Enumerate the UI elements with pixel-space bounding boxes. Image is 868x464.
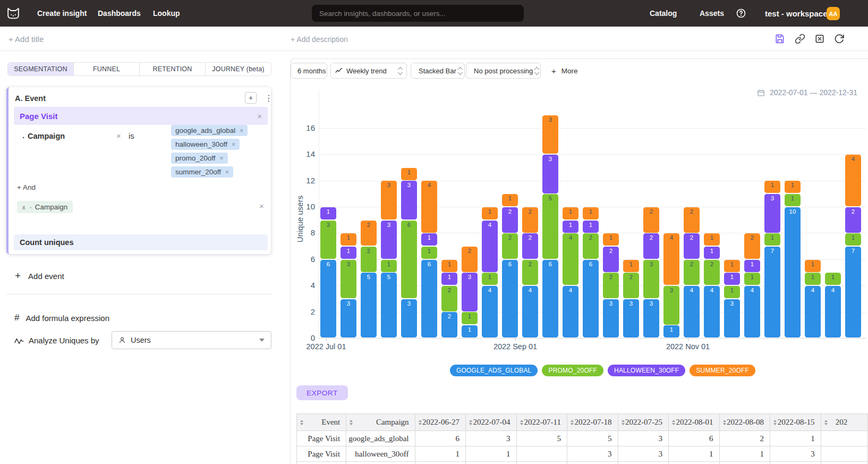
bar-segment-summer_20off[interactable]: 1	[805, 260, 821, 272]
legend-halloween_30off[interactable]: HALLOWEEN_30OFF	[608, 365, 685, 376]
filter-operator[interactable]: is	[129, 132, 134, 140]
bar-segment-promo_20off[interactable]: 2	[502, 233, 518, 259]
bar-segment-promo_20off[interactable]: 3	[320, 221, 336, 259]
bar-segment-promo_20off[interactable]: 1	[421, 247, 437, 259]
bar-segment-promo_20off[interactable]: 1	[744, 273, 760, 285]
bar-segment-summer_20off[interactable]: 1	[603, 233, 619, 246]
export-button[interactable]: EXPORT	[296, 385, 348, 400]
filter-remove-icon[interactable]: ×	[116, 131, 121, 141]
bar-segment-google_ads_global[interactable]: 1	[462, 325, 478, 338]
bar-segment-halloween_30off[interactable]: 1	[744, 260, 760, 272]
bar-segment-summer_20off[interactable]: 2	[684, 207, 700, 233]
help-icon[interactable]	[736, 8, 746, 19]
bar-segment-halloween_30off[interactable]: 3	[462, 273, 478, 311]
column-header[interactable]: Event	[297, 414, 346, 431]
bar-segment-summer_20off[interactable]: 2	[361, 221, 377, 246]
sort-icon[interactable]	[571, 420, 574, 425]
bar-segment-promo_20off[interactable]: 3	[663, 286, 679, 325]
bar-segment-summer_20off[interactable]: 3	[542, 115, 558, 154]
bar-segment-promo_20off[interactable]: 3	[341, 260, 356, 299]
bar-segment-google_ads_global[interactable]: 4	[482, 286, 498, 338]
avatar[interactable]: AA	[827, 7, 840, 20]
add-description-button[interactable]: + Add description	[291, 35, 348, 44]
breakdown-chip[interactable]: x · Campaign	[17, 201, 73, 213]
column-header[interactable]: 2022-08-01	[669, 414, 720, 431]
bar-segment-summer_20off[interactable]: 2	[643, 207, 659, 233]
sort-icon[interactable]	[419, 420, 422, 425]
bar-segment-halloween_30off[interactable]: 1	[583, 221, 599, 233]
add-event-button[interactable]: + Add event	[15, 270, 64, 282]
column-header[interactable]: 202	[821, 414, 867, 431]
nav-dashboards[interactable]: Dashboards	[98, 0, 141, 27]
more-button[interactable]: +More	[551, 63, 578, 79]
bar-segment-halloween_30off[interactable]: 3	[401, 181, 417, 220]
trend-select[interactable]: Weekly trend	[330, 63, 407, 79]
remove-tag-icon[interactable]: ×	[240, 127, 243, 134]
bar-segment-promo_20off[interactable]: 2	[522, 260, 538, 285]
bar-segment-halloween_30off[interactable]: 2	[684, 233, 700, 259]
breakdown-remove-icon[interactable]: ×	[259, 201, 264, 211]
legend-promo_20off[interactable]: PROMO_20OFF	[542, 365, 603, 376]
bar-segment-summer_20off[interactable]: 1	[724, 260, 740, 272]
filter-value-tag[interactable]: promo_20off×	[171, 153, 228, 164]
copy-link-icon[interactable]	[795, 33, 805, 44]
bar-segment-google_ads_global[interactable]: 10	[785, 207, 801, 338]
sort-icon[interactable]	[350, 420, 353, 425]
app-logo-cat-icon[interactable]	[5, 5, 21, 21]
breakdown-chip-remove-icon[interactable]: x	[22, 204, 25, 210]
remove-tag-icon[interactable]: ×	[232, 141, 235, 148]
bar-segment-google_ads_global[interactable]: 4	[744, 286, 760, 338]
bar-segment-google_ads_global[interactable]: 4	[684, 286, 700, 338]
bar-segment-promo_20off[interactable]: 1	[381, 260, 397, 272]
nav-assets[interactable]: Assets	[700, 0, 724, 27]
bar-segment-summer_20off[interactable]: 1	[441, 260, 457, 272]
bar-segment-halloween_30off[interactable]: 3	[542, 155, 558, 193]
bar-segment-halloween_30off[interactable]: 2	[845, 207, 861, 233]
bar-segment-google_ads_global[interactable]: 3	[724, 299, 740, 338]
bar-segment-promo_20off[interactable]: 2	[603, 273, 619, 298]
column-header[interactable]: 2022-07-18	[567, 414, 618, 431]
bar-segment-promo_20off[interactable]: 1	[724, 286, 740, 298]
sort-icon[interactable]	[520, 420, 523, 425]
add-title-button[interactable]: + Add title	[8, 35, 44, 44]
bar-segment-google_ads_global[interactable]: 4	[563, 286, 578, 338]
bar-segment-google_ads_global[interactable]: 3	[623, 299, 639, 338]
date-range-button[interactable]: 6 months	[291, 63, 327, 79]
tab-retention[interactable]: RETENTION	[140, 63, 206, 75]
search-input[interactable]	[312, 5, 524, 22]
bar-segment-google_ads_global[interactable]: 6	[502, 260, 518, 338]
bar-segment-google_ads_global[interactable]: 5	[381, 273, 397, 338]
column-header[interactable]: 2022-08-08	[719, 414, 770, 431]
bar-segment-google_ads_global[interactable]: 3	[603, 299, 619, 338]
sort-icon[interactable]	[723, 420, 726, 425]
bar-segment-halloween_30off[interactable]: 3	[764, 194, 780, 233]
bar-segment-summer_20off[interactable]: 1	[623, 260, 639, 272]
bar-segment-promo_20off[interactable]: 2	[623, 273, 639, 298]
sort-icon[interactable]	[469, 420, 472, 425]
bar-segment-google_ads_global[interactable]: 3	[401, 299, 417, 338]
tab-journey-beta-[interactable]: JOURNEY (beta)	[206, 63, 271, 75]
remove-tag-icon[interactable]: ×	[220, 155, 224, 162]
column-header[interactable]: 2022-08-15	[770, 414, 821, 431]
bar-segment-promo_20off[interactable]: 2	[441, 286, 457, 311]
remove-tag-icon[interactable]: ×	[225, 168, 229, 176]
filter-property[interactable]: Campaign	[28, 132, 65, 140]
bar-segment-summer_20off[interactable]: 4	[421, 181, 437, 232]
aggregation-row[interactable]: Count uniques	[14, 234, 268, 250]
filter-value-tag[interactable]: summer_20off×	[171, 166, 233, 178]
bar-segment-promo_20off[interactable]: 1	[785, 194, 801, 206]
column-header[interactable]: 2022-07-11	[516, 414, 567, 431]
save-icon[interactable]	[775, 33, 785, 44]
bar-segment-google_ads_global[interactable]: 6	[542, 260, 558, 338]
bar-segment-promo_20off[interactable]: 1	[845, 233, 861, 246]
bar-segment-google_ads_global[interactable]: 4	[825, 286, 841, 338]
bar-segment-halloween_30off[interactable]: 1	[320, 207, 336, 220]
bar-segment-summer_20off[interactable]: 1	[583, 207, 599, 220]
bar-segment-google_ads_global[interactable]: 3	[341, 299, 356, 338]
filter-value-tag[interactable]: google_ads_global×	[171, 125, 248, 136]
bar-segment-promo_20off[interactable]: 2	[583, 233, 599, 259]
bar-segment-summer_20off[interactable]: 1	[785, 181, 801, 193]
bar-segment-promo_20off[interactable]: 3	[643, 260, 659, 299]
bar-segment-promo_20off[interactable]: 1	[482, 273, 498, 285]
bar-segment-summer_20off[interactable]: 4	[663, 233, 679, 285]
